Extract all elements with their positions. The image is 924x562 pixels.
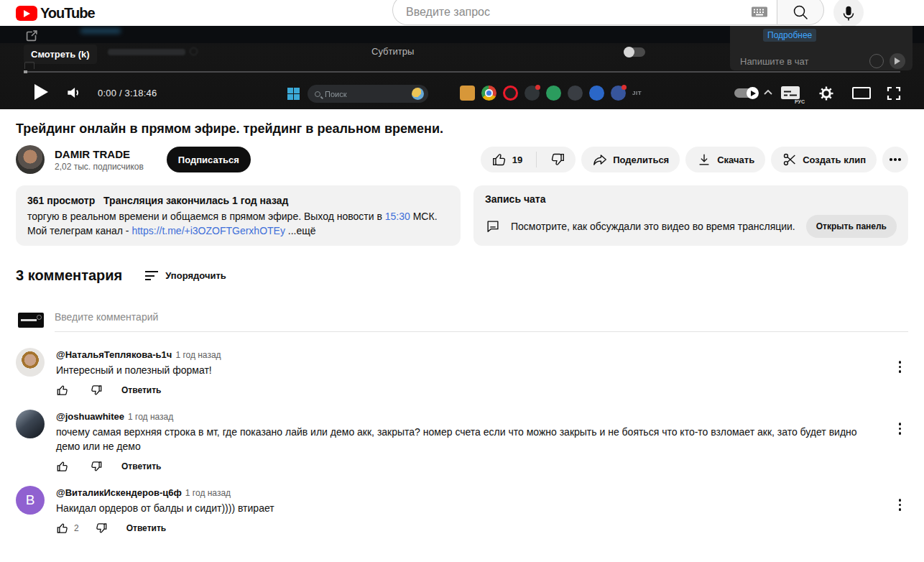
taskbar-app-icon (611, 86, 626, 101)
fullscreen-icon[interactable] (885, 85, 902, 102)
play-button[interactable] (34, 84, 48, 100)
theater-mode-icon[interactable] (852, 87, 871, 99)
chat-input-placeholder[interactable]: Напишите в чат (740, 56, 864, 67)
search-box[interactable] (392, 0, 777, 25)
channel-avatar[interactable] (16, 145, 45, 174)
search-input[interactable] (405, 1, 751, 19)
settings-gear-icon[interactable] (818, 85, 835, 102)
commenter-avatar[interactable] (16, 410, 45, 438)
autoplay-toggle[interactable] (734, 88, 757, 98)
comment-dislike-button[interactable] (90, 460, 103, 473)
comment-like-count: 2 (74, 523, 79, 533)
comment-dislike-button[interactable] (90, 384, 103, 397)
comment-like-button[interactable] (56, 460, 74, 473)
cc-language-label: РУС (795, 99, 805, 104)
youtube-logo[interactable]: YouTube (16, 5, 95, 22)
comment-dislike-button[interactable] (95, 522, 108, 535)
show-more-link[interactable]: ...ещё (288, 225, 316, 236)
reply-button[interactable]: Ответить (121, 461, 161, 471)
comment-like-button[interactable]: 2 (56, 522, 79, 535)
reply-button[interactable]: Ответить (121, 385, 161, 395)
comment-item: @НатальяТеплякова-ь1ч 1 год назад Интере… (16, 348, 908, 397)
progress-marker (24, 70, 27, 73)
comment-author[interactable]: @ВиталикИскендеров-ц6ф (56, 487, 182, 498)
comment-menu-icon[interactable] (896, 496, 905, 514)
volume-icon[interactable] (65, 83, 83, 102)
blurred-menu-text (108, 49, 185, 55)
dislike-button[interactable] (542, 147, 576, 172)
taskbar-app-icon (589, 86, 604, 101)
commenter-avatar[interactable] (16, 348, 45, 377)
comment-item: @joshuawhitee 1 год назад почему самая в… (16, 410, 908, 473)
external-link-icon[interactable] (24, 28, 40, 44)
commenter-avatar[interactable]: B (16, 486, 45, 515)
weather-icon (412, 88, 424, 100)
chrome-app-icon (481, 86, 496, 101)
windows-start-icon (287, 88, 300, 100)
comment-menu-icon[interactable] (896, 358, 905, 376)
subtitles-cc-button[interactable] (780, 86, 800, 100)
chat-emoji-icon[interactable] (869, 54, 884, 68)
chat-more-link[interactable]: Подробнее (763, 29, 816, 42)
taskbar-app-label: JIT (632, 90, 642, 96)
download-label: Скачать (717, 155, 754, 165)
microphone-icon (840, 5, 857, 22)
comment-time[interactable]: 1 год назад (128, 412, 173, 422)
play-tooltip: Смотреть (k) (24, 45, 97, 64)
comment-author[interactable]: @joshuawhitee (56, 411, 124, 422)
search-button[interactable] (777, 0, 824, 25)
comments-count-header: 3 комментария (16, 267, 122, 284)
thumbs-up-icon (491, 152, 507, 167)
share-button[interactable]: Поделиться (581, 147, 680, 172)
windows-taskbar-apps: JIT (460, 86, 642, 101)
search-icon (792, 4, 809, 21)
telegram-link[interactable]: https://t.me/+i3OZOFTGerxhOTEy (131, 225, 285, 236)
windows-search-box: Поиск (308, 85, 428, 103)
taskbar-app-icon (525, 86, 540, 101)
like-dislike-pill: 19 (481, 147, 576, 172)
open-chat-panel-button[interactable]: Открыть панель (806, 215, 897, 238)
player-controls: 0:00 / 3:18:46 Поиск JIT РУС (0, 76, 924, 109)
thumbs-down-icon (90, 460, 103, 473)
progress-bar[interactable] (24, 71, 900, 73)
like-button[interactable]: 19 (481, 147, 531, 172)
channel-name[interactable]: DAMIR TRADE (55, 148, 144, 160)
chat-replay-box: Запись чата Посмотрите, как обсуждали эт… (473, 185, 908, 246)
avatar-initial: B (26, 492, 35, 508)
thumbs-up-icon (56, 522, 69, 535)
description-box[interactable]: 361 просмотр Трансляция закончилась 1 го… (16, 185, 461, 246)
current-user-avatar (18, 313, 44, 328)
comment-like-button[interactable] (56, 384, 74, 397)
blurred-help-icon (190, 47, 198, 55)
chat-replay-title: Запись чата (485, 193, 897, 205)
subtitles-toggle[interactable] (624, 47, 645, 57)
more-actions-button[interactable] (882, 147, 908, 172)
timestamp-link[interactable]: 15:30 (385, 211, 410, 222)
scissors-icon (782, 152, 798, 167)
subscribe-button[interactable]: Подписаться (167, 147, 251, 172)
video-frame-artifact (80, 28, 121, 34)
download-button[interactable]: Скачать (685, 147, 765, 172)
chat-replay-message: Посмотрите, как обсуждали это видео во в… (511, 221, 795, 232)
create-clip-button[interactable]: Создать клип (771, 147, 877, 172)
description-text: МСК. (413, 211, 438, 222)
watch-page-content: Трейдинг онлайн в прямом эфире. трейдинг… (0, 120, 924, 535)
description-text: торгую в реальном времени и общаемся в п… (27, 211, 382, 222)
subtitles-menu-label: Субтитры (371, 46, 414, 57)
voice-search-button[interactable] (833, 0, 864, 27)
keyboard-icon[interactable] (751, 6, 768, 19)
comment-input[interactable]: Введите комментарий (55, 311, 908, 332)
reply-button[interactable]: Ответить (126, 523, 166, 533)
live-chat-panel: Подробнее Напишите в чат (730, 26, 913, 70)
like-count: 19 (512, 155, 522, 165)
video-player[interactable]: Смотреть (k) Субтитры Подробнее Напишите… (0, 26, 924, 109)
chevron-up-icon[interactable] (763, 89, 773, 96)
comment-author[interactable]: @НатальяТеплякова-ь1ч (56, 349, 172, 360)
sort-comments-button[interactable]: Упорядочить (145, 270, 226, 281)
view-count: 361 просмотр (27, 195, 95, 206)
download-icon (696, 152, 712, 167)
comment-time[interactable]: 1 год назад (185, 488, 231, 498)
comment-time[interactable]: 1 год назад (175, 350, 221, 360)
comment-menu-icon[interactable] (896, 420, 905, 438)
chat-send-icon[interactable] (890, 53, 905, 69)
